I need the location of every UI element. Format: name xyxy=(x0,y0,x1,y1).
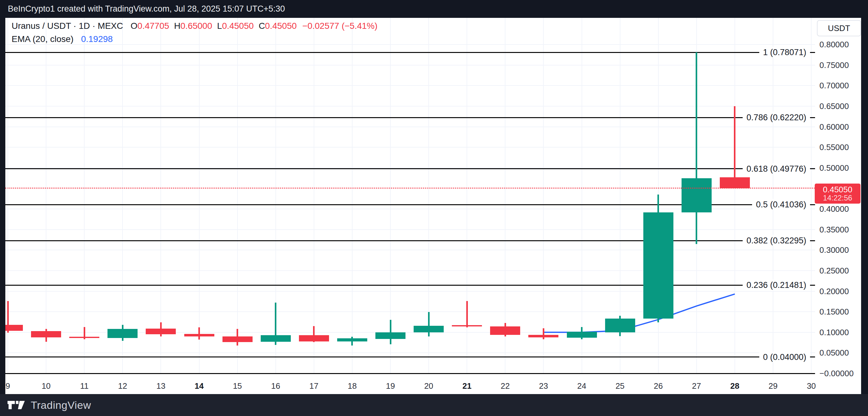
candle-body xyxy=(337,338,367,341)
date-tick-label: 27 xyxy=(692,381,701,391)
date-tick-label: 22 xyxy=(501,381,510,391)
candle-body xyxy=(31,331,61,338)
legend: Uranus / USDT · 1D · MEXC O0.47705 H0.65… xyxy=(11,21,380,44)
price-tick-label: 0.55000 xyxy=(819,142,849,152)
tradingview-screenshot: BeInCrypto1 created with TradingView.com… xyxy=(0,0,868,416)
ohlc-value: 0.45050 xyxy=(265,21,297,31)
candle-body xyxy=(299,335,329,342)
date-tick-label: 11 xyxy=(80,381,89,391)
ohlc-key: L xyxy=(217,21,222,31)
price-tick-label: 0.25000 xyxy=(819,266,849,275)
change-value: −0.02577 (−5.41%) xyxy=(302,21,378,31)
symbol-title: Uranus / USDT · 1D · MEXC xyxy=(11,21,123,31)
price-tick-label: 0.65000 xyxy=(819,101,849,111)
currency-label: USDT xyxy=(828,24,850,33)
candle-wick xyxy=(696,52,697,244)
x-axis-line xyxy=(5,373,815,374)
ohlc-key: C xyxy=(258,21,265,31)
ema-legend-row[interactable]: EMA (20, close) 0.19298 xyxy=(11,34,380,44)
last-price-value: 0.45050 xyxy=(823,185,852,194)
date-tick-label: 19 xyxy=(386,381,395,391)
ohlc-values: O0.47705 H0.65000 L0.45050 C0.45050 xyxy=(131,21,299,31)
price-tick-label: 0.50000 xyxy=(819,163,849,172)
candle-body xyxy=(414,326,444,332)
ohlc-key: H xyxy=(174,21,181,31)
tradingview-logo-icon[interactable] xyxy=(7,399,26,411)
candle-body xyxy=(720,177,750,188)
price-tick-label: 0.35000 xyxy=(819,225,849,234)
ema-value: 0.19298 xyxy=(81,34,113,44)
date-tick-label: 30 xyxy=(807,381,816,391)
candle-body xyxy=(490,326,520,334)
ema-name: EMA (20, close) xyxy=(11,34,74,44)
date-tick-label: 29 xyxy=(769,381,778,391)
date-tick-label: 26 xyxy=(654,381,663,391)
candle-wick xyxy=(543,328,544,339)
candle-wick xyxy=(198,327,200,340)
candle-body xyxy=(643,213,673,319)
candle-body xyxy=(5,325,23,330)
price-tick-label: 0.75000 xyxy=(819,60,849,70)
date-tick-label: 13 xyxy=(156,381,165,391)
date-tick-label: 9 xyxy=(6,381,10,391)
date-tick-label: 28 xyxy=(730,381,739,391)
candle-body xyxy=(605,319,635,332)
currency-toggle-button[interactable]: USDT xyxy=(817,20,861,36)
ohlc-value: 0.47705 xyxy=(137,21,172,31)
price-tick-label: 0.10000 xyxy=(819,327,849,337)
candle-body xyxy=(528,335,558,338)
date-tick-label: 20 xyxy=(424,381,433,391)
date-tick-label: 23 xyxy=(539,381,548,391)
candle-body xyxy=(567,332,597,338)
candle-body xyxy=(375,332,405,339)
date-tick-label: 14 xyxy=(195,381,204,391)
chart-panel[interactable]: 1 (0.78071)0.786 (0.62220)0.618 (0.49776… xyxy=(5,18,861,394)
date-tick-label: 16 xyxy=(271,381,280,391)
candle-body xyxy=(261,335,291,342)
ohlc-value: 0.65000 xyxy=(181,21,215,31)
attribution-text: BeInCrypto1 created with TradingView.com… xyxy=(8,4,285,14)
price-tick-label: 0.05000 xyxy=(819,348,849,358)
date-tick-label: 12 xyxy=(118,381,127,391)
price-tick-label: 0.70000 xyxy=(819,81,849,91)
candle-body xyxy=(222,337,253,342)
current-price-line xyxy=(5,188,815,189)
candle-wick xyxy=(428,312,430,336)
date-tick-label: 10 xyxy=(42,381,51,391)
candle-body xyxy=(682,178,712,213)
symbol-legend-row[interactable]: Uranus / USDT · 1D · MEXC O0.47705 H0.65… xyxy=(11,21,380,31)
candle-body xyxy=(184,334,214,337)
price-tick-label: 0.40000 xyxy=(819,204,849,214)
price-tick-label: 0.80000 xyxy=(819,40,849,50)
price-tick-label: 0.30000 xyxy=(819,245,849,255)
candle-wick xyxy=(734,106,736,188)
footer-bar: TradingView xyxy=(0,394,868,416)
tradingview-brand-text[interactable]: TradingView xyxy=(31,399,91,411)
candle-body xyxy=(452,325,482,326)
last-price-badge[interactable]: 0.45050 14:22:56 xyxy=(815,184,861,203)
date-tick-label: 21 xyxy=(463,381,472,391)
candle-body xyxy=(146,329,176,334)
candle-body xyxy=(69,337,99,338)
price-tick-label: 0.20000 xyxy=(819,286,849,296)
date-tick-label: 15 xyxy=(233,381,242,391)
attribution-bar: BeInCrypto1 created with TradingView.com… xyxy=(0,0,868,18)
date-tick-label: 25 xyxy=(615,381,624,391)
price-tick-label: 0.60000 xyxy=(819,122,849,132)
date-tick-label: 18 xyxy=(347,381,356,391)
candle-wick xyxy=(466,301,468,327)
bar-countdown: 14:22:56 xyxy=(823,194,852,202)
candle-body xyxy=(107,329,137,338)
date-tick-label: 24 xyxy=(577,381,586,391)
price-tick-label: −0.00000 xyxy=(819,369,854,378)
price-tick-label: 0.15000 xyxy=(819,307,849,317)
ohlc-value: 0.45050 xyxy=(222,21,256,31)
date-tick-label: 17 xyxy=(309,381,318,391)
ohlc-key: O xyxy=(131,21,137,31)
